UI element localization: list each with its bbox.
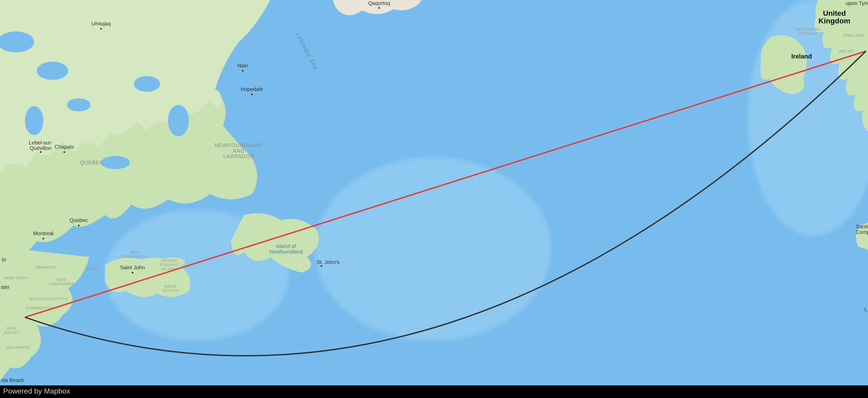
region-england: ENGLAND — [844, 33, 865, 37]
region-vt: VERMONT — [35, 265, 57, 269]
city-saintjohn: Saint John — [120, 265, 145, 270]
svg-point-3 — [134, 76, 160, 92]
ocean-shallow — [315, 157, 551, 341]
city-dot — [242, 70, 244, 72]
map-canvas[interactable]: Labrador Sea UnitedKingdom Ireland NORTH… — [0, 0, 868, 398]
city-hopedale: Hopedale — [241, 87, 263, 92]
city-stjohns: St. John's — [316, 260, 339, 265]
svg-point-5 — [101, 156, 130, 169]
region-ct: CONNECTICUT — [26, 306, 58, 310]
region-ns: NOVASCOTIA — [162, 284, 179, 293]
city-dot — [40, 151, 41, 153]
city-nain: Nain — [237, 63, 248, 68]
region-nh: NEWHAMPSHIRE — [49, 278, 74, 286]
region-ma: MASSACHUSETTS — [29, 297, 68, 301]
city-dot — [78, 225, 80, 226]
country-uk: UnitedKingdom — [818, 9, 850, 25]
city-tyne: upon Tyne — [846, 1, 868, 6]
city-dot — [100, 28, 102, 30]
region-quebec: QUÉBEC — [80, 160, 104, 165]
country-ireland: Ireland — [792, 53, 812, 60]
city-dot — [132, 272, 133, 273]
city-dot — [378, 7, 380, 9]
city-dot — [42, 238, 44, 239]
region-maine: MAINE — [85, 267, 99, 271]
city-montreal: Montreal — [33, 231, 54, 236]
city-toronto: to — [2, 257, 6, 262]
city-dot — [251, 94, 253, 95]
sea-label: Labrador Sea — [295, 31, 319, 71]
svg-point-0 — [37, 62, 68, 80]
svg-point-2 — [25, 106, 43, 135]
city-umiujaq: Umiujaq — [91, 21, 111, 27]
city-chapais: Chapais — [55, 144, 74, 150]
attribution-bar: Powered by Mapbox — [0, 386, 868, 398]
city-qaqortoq: Qaqortoq — [368, 1, 390, 6]
city-lebel: Lebel-sur-Quévillon — [29, 140, 53, 151]
region-nl: NEWFOUNDLANDANDLABRADOR — [215, 143, 262, 159]
city-dot — [321, 265, 322, 267]
land-ireland — [756, 31, 813, 100]
region-nj: NEWJERSEY — [3, 326, 20, 335]
svg-point-1 — [67, 98, 91, 111]
region-island-nf: Island ofNewfoundland — [269, 243, 303, 255]
city-vabeach: nia Beach — [1, 377, 24, 383]
city-santiago: SantiaComp — [856, 224, 868, 235]
city-dot — [63, 151, 65, 153]
region-de: DELAWARE — [6, 345, 30, 350]
region-ny: NEW YORK — [4, 276, 27, 280]
city-l: L — [864, 307, 867, 312]
land-maritimes — [100, 249, 210, 307]
attribution-text: Powered by Mapbox — [3, 387, 70, 395]
city-quebec: Quebec — [69, 218, 88, 223]
region-pei: PRINCEEDWARDISLAND — [160, 259, 179, 271]
city-rochester: ster — [1, 285, 9, 290]
region-wales: WALES — [839, 49, 854, 53]
svg-point-4 — [168, 105, 189, 136]
region-nb: NEWBRUNSWICK — [122, 250, 149, 259]
region-ni: NORTHERNIRELAND — [796, 27, 820, 36]
